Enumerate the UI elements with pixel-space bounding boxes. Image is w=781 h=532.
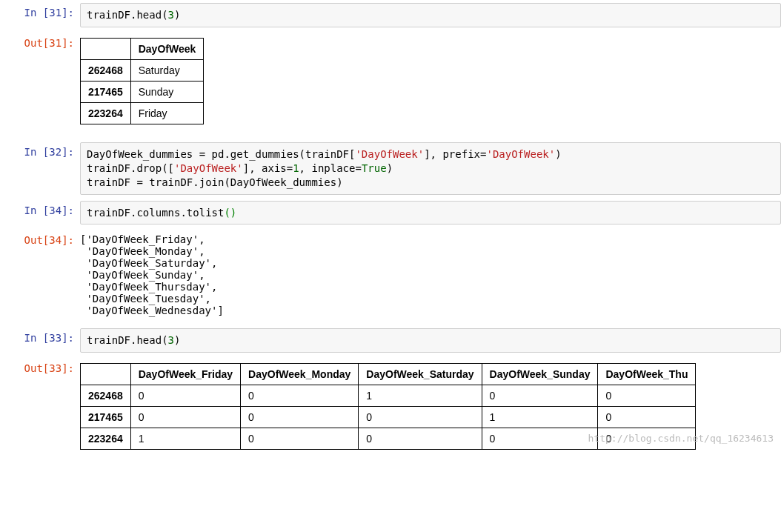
prompt-out-34: Out[34]: <box>0 230 80 247</box>
table-row: 262468 Saturday <box>81 59 204 81</box>
row-index: 223264 <box>81 102 131 124</box>
cell-in-34: In [34]: trainDF.columns.tolist() <box>0 198 781 228</box>
cell-value: 0 <box>241 407 359 428</box>
prompt-in-31: In [31]: <box>0 3 80 19</box>
cell-in-31: In [31]: trainDF.head(3) <box>0 0 781 30</box>
output-33: DayOfWeek_Friday DayOfWeek_Monday DayOfW… <box>80 359 781 462</box>
cell-out-34: Out[34]: ['DayOfWeek_Friday', 'DayOfWeek… <box>0 227 781 325</box>
cell-value: 0 <box>359 428 482 450</box>
row-index: 262468 <box>81 59 131 81</box>
code-input-33[interactable]: trainDF.head(3) <box>80 328 781 353</box>
table-corner <box>81 38 131 59</box>
prompt-in-33: In [33]: <box>0 328 80 345</box>
cell-value: 0 <box>598 407 696 428</box>
cell-value: 0 <box>598 428 696 450</box>
cell-value: 1 <box>359 385 482 407</box>
code-input-34[interactable]: trainDF.columns.tolist() <box>80 201 781 225</box>
cell-value: Friday <box>130 102 204 124</box>
table-row: 223264 Friday <box>81 102 204 124</box>
table-row: 223264 1 0 0 0 0 <box>81 428 696 450</box>
table-col: DayOfWeek_Monday <box>241 364 359 385</box>
cell-value: 0 <box>241 428 359 450</box>
cell-value: 0 <box>482 428 598 450</box>
prompt-out-33: Out[33]: <box>0 359 80 375</box>
prompt-in-32: In [32]: <box>0 142 80 159</box>
row-index: 223264 <box>81 428 131 450</box>
cell-value: 1 <box>482 407 598 428</box>
code-input-32[interactable]: DayOfWeek_dummies = pd.get_dummies(train… <box>80 142 781 195</box>
cell-value: Sunday <box>130 81 204 102</box>
cell-out-33: Out[33]: DayOfWeek_Friday DayOfWeek_Mond… <box>0 356 781 465</box>
table-corner <box>81 364 131 385</box>
cell-in-32: In [32]: DayOfWeek_dummies = pd.get_dumm… <box>0 139 781 198</box>
cell-value: 0 <box>130 407 240 428</box>
table-row: 217465 Sunday <box>81 81 204 102</box>
table-33: DayOfWeek_Friday DayOfWeek_Monday DayOfW… <box>80 363 696 450</box>
cell-value: 0 <box>598 385 696 407</box>
cell-out-31: Out[31]: DayOfWeek 262468 Saturday 21746… <box>0 30 781 139</box>
table-header-row: DayOfWeek_Friday DayOfWeek_Monday DayOfW… <box>81 364 696 385</box>
code-input-31[interactable]: trainDF.head(3) <box>80 3 781 27</box>
cell-in-33: In [33]: trainDF.head(3) <box>0 325 781 356</box>
cell-value: 0 <box>359 407 482 428</box>
cell-value: 0 <box>241 385 359 407</box>
table-col-DayOfWeek: DayOfWeek <box>130 38 204 59</box>
table-row: 262468 0 0 1 0 0 <box>81 385 696 407</box>
table-col: DayOfWeek_Thu <box>598 364 696 385</box>
cell-value: 0 <box>130 385 240 407</box>
table-header-row: DayOfWeek <box>81 38 204 59</box>
cell-value: 0 <box>482 385 598 407</box>
table-col: DayOfWeek_Saturday <box>359 364 482 385</box>
table-row: 217465 0 0 0 1 0 <box>81 407 696 428</box>
row-index: 262468 <box>81 385 131 407</box>
table-col: DayOfWeek_Friday <box>130 364 240 385</box>
prompt-in-34: In [34]: <box>0 201 80 217</box>
cell-value: 1 <box>130 428 240 450</box>
table-31: DayOfWeek 262468 Saturday 217465 Sunday … <box>80 38 204 124</box>
row-index: 217465 <box>81 81 131 102</box>
output-34: ['DayOfWeek_Friday', 'DayOfWeek_Monday',… <box>80 230 781 322</box>
row-index: 217465 <box>81 407 131 428</box>
output-31: DayOfWeek 262468 Saturday 217465 Sunday … <box>80 33 781 136</box>
cell-value: Saturday <box>130 59 204 81</box>
prompt-out-31: Out[31]: <box>0 33 80 50</box>
table-col: DayOfWeek_Sunday <box>482 364 598 385</box>
